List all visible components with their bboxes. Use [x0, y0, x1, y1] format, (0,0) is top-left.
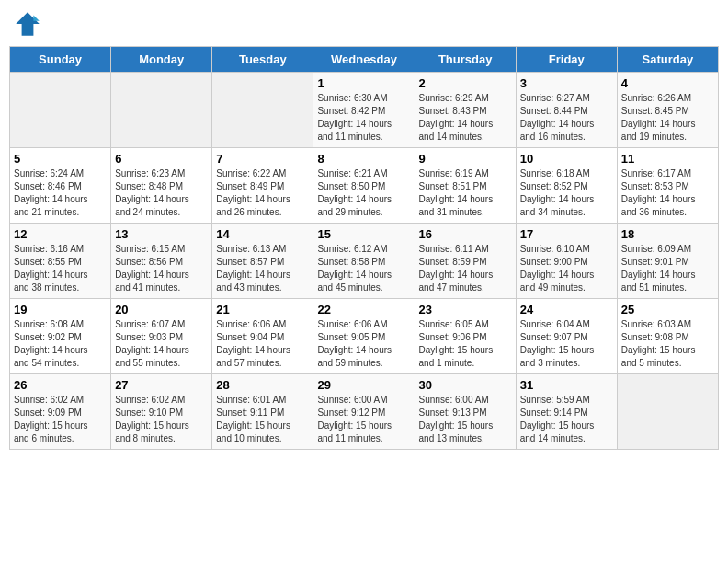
- day-header-sunday: Sunday: [10, 47, 111, 73]
- day-number: 6: [115, 152, 208, 166]
- calendar-cell: 28Sunrise: 6:01 AM Sunset: 9:11 PM Dayli…: [212, 374, 313, 450]
- calendar-table: SundayMondayTuesdayWednesdayThursdayFrid…: [9, 46, 719, 450]
- calendar-cell: 19Sunrise: 6:08 AM Sunset: 9:02 PM Dayli…: [10, 299, 111, 374]
- calendar-week-row: 12Sunrise: 6:16 AM Sunset: 8:55 PM Dayli…: [10, 224, 719, 299]
- cell-content: Sunrise: 6:02 AM Sunset: 9:10 PM Dayligh…: [115, 394, 208, 445]
- calendar-cell: 9Sunrise: 6:19 AM Sunset: 8:51 PM Daylig…: [415, 148, 516, 224]
- day-number: 3: [520, 76, 613, 90]
- day-number: 12: [14, 227, 107, 241]
- calendar-cell: 3Sunrise: 6:27 AM Sunset: 8:44 PM Daylig…: [516, 73, 617, 148]
- cell-content: Sunrise: 6:10 AM Sunset: 9:00 PM Dayligh…: [520, 243, 613, 294]
- calendar-cell: 31Sunrise: 5:59 AM Sunset: 9:14 PM Dayli…: [516, 374, 617, 450]
- cell-content: Sunrise: 6:27 AM Sunset: 8:44 PM Dayligh…: [520, 92, 613, 144]
- day-header-wednesday: Wednesday: [313, 47, 415, 73]
- day-number: 2: [419, 76, 512, 90]
- cell-content: Sunrise: 6:00 AM Sunset: 9:13 PM Dayligh…: [419, 394, 512, 445]
- calendar-cell: [111, 73, 212, 148]
- calendar-week-row: 26Sunrise: 6:02 AM Sunset: 9:09 PM Dayli…: [10, 374, 719, 450]
- calendar-cell: 26Sunrise: 6:02 AM Sunset: 9:09 PM Dayli…: [10, 374, 111, 450]
- cell-content: Sunrise: 6:09 AM Sunset: 9:01 PM Dayligh…: [621, 243, 714, 294]
- day-number: 26: [14, 378, 107, 392]
- calendar-cell: 16Sunrise: 6:11 AM Sunset: 8:59 PM Dayli…: [415, 224, 516, 299]
- day-number: 18: [621, 227, 714, 241]
- day-number: 27: [115, 378, 208, 392]
- calendar-week-row: 19Sunrise: 6:08 AM Sunset: 9:02 PM Dayli…: [10, 299, 719, 374]
- cell-content: Sunrise: 6:07 AM Sunset: 9:03 PM Dayligh…: [115, 318, 208, 370]
- day-number: 31: [520, 378, 613, 392]
- day-number: 9: [419, 152, 512, 166]
- day-number: 21: [216, 303, 309, 316]
- calendar-cell: [617, 374, 718, 450]
- calendar-cell: 2Sunrise: 6:29 AM Sunset: 8:43 PM Daylig…: [415, 73, 516, 148]
- cell-content: Sunrise: 6:08 AM Sunset: 9:02 PM Dayligh…: [14, 318, 107, 370]
- logo: [13, 9, 46, 39]
- calendar-cell: 24Sunrise: 6:04 AM Sunset: 9:07 PM Dayli…: [516, 299, 617, 374]
- calendar-cell: 4Sunrise: 6:26 AM Sunset: 8:45 PM Daylig…: [617, 73, 718, 148]
- calendar-cell: [212, 73, 313, 148]
- cell-content: Sunrise: 6:13 AM Sunset: 8:57 PM Dayligh…: [216, 243, 309, 294]
- day-number: 15: [317, 227, 410, 241]
- cell-content: Sunrise: 6:29 AM Sunset: 8:43 PM Dayligh…: [419, 92, 512, 144]
- logo-icon: [13, 9, 42, 39]
- cell-content: Sunrise: 6:11 AM Sunset: 8:59 PM Dayligh…: [419, 243, 512, 294]
- svg-marker-1: [33, 15, 39, 20]
- cell-content: Sunrise: 6:03 AM Sunset: 9:08 PM Dayligh…: [621, 318, 714, 370]
- cell-content: Sunrise: 6:06 AM Sunset: 9:04 PM Dayligh…: [216, 318, 309, 370]
- day-number: 19: [14, 303, 107, 316]
- calendar-cell: 7Sunrise: 6:22 AM Sunset: 8:49 PM Daylig…: [212, 148, 313, 224]
- calendar-cell: 13Sunrise: 6:15 AM Sunset: 8:56 PM Dayli…: [111, 224, 212, 299]
- cell-content: Sunrise: 6:00 AM Sunset: 9:12 PM Dayligh…: [317, 394, 410, 445]
- day-header-saturday: Saturday: [617, 47, 718, 73]
- calendar-cell: 18Sunrise: 6:09 AM Sunset: 9:01 PM Dayli…: [617, 224, 718, 299]
- calendar-week-row: 5Sunrise: 6:24 AM Sunset: 8:46 PM Daylig…: [10, 148, 719, 224]
- day-number: 14: [216, 227, 309, 241]
- cell-content: Sunrise: 6:19 AM Sunset: 8:51 PM Dayligh…: [419, 167, 512, 219]
- day-number: 13: [115, 227, 208, 241]
- day-number: 7: [216, 152, 309, 166]
- calendar-cell: 22Sunrise: 6:06 AM Sunset: 9:05 PM Dayli…: [313, 299, 415, 374]
- calendar-cell: 1Sunrise: 6:30 AM Sunset: 8:42 PM Daylig…: [313, 73, 415, 148]
- cell-content: Sunrise: 6:21 AM Sunset: 8:50 PM Dayligh…: [317, 167, 410, 219]
- calendar-cell: 14Sunrise: 6:13 AM Sunset: 8:57 PM Dayli…: [212, 224, 313, 299]
- day-number: 23: [419, 303, 512, 316]
- day-header-friday: Friday: [516, 47, 617, 73]
- calendar-cell: 27Sunrise: 6:02 AM Sunset: 9:10 PM Dayli…: [111, 374, 212, 450]
- day-number: 5: [14, 152, 107, 166]
- calendar-cell: 11Sunrise: 6:17 AM Sunset: 8:53 PM Dayli…: [617, 148, 718, 224]
- cell-content: Sunrise: 6:12 AM Sunset: 8:58 PM Dayligh…: [317, 243, 410, 294]
- cell-content: Sunrise: 6:17 AM Sunset: 8:53 PM Dayligh…: [621, 167, 714, 219]
- day-number: 16: [419, 227, 512, 241]
- day-header-tuesday: Tuesday: [212, 47, 313, 73]
- calendar-cell: 12Sunrise: 6:16 AM Sunset: 8:55 PM Dayli…: [10, 224, 111, 299]
- calendar-cell: 6Sunrise: 6:23 AM Sunset: 8:48 PM Daylig…: [111, 148, 212, 224]
- calendar-cell: [10, 73, 111, 148]
- cell-content: Sunrise: 6:16 AM Sunset: 8:55 PM Dayligh…: [14, 243, 107, 294]
- day-number: 4: [621, 76, 714, 90]
- svg-marker-0: [16, 12, 40, 36]
- cell-content: Sunrise: 6:01 AM Sunset: 9:11 PM Dayligh…: [216, 394, 309, 445]
- cell-content: Sunrise: 6:30 AM Sunset: 8:42 PM Dayligh…: [317, 92, 410, 144]
- calendar-cell: 29Sunrise: 6:00 AM Sunset: 9:12 PM Dayli…: [313, 374, 415, 450]
- cell-content: Sunrise: 6:26 AM Sunset: 8:45 PM Dayligh…: [621, 92, 714, 144]
- calendar-cell: 21Sunrise: 6:06 AM Sunset: 9:04 PM Dayli…: [212, 299, 313, 374]
- calendar-cell: 23Sunrise: 6:05 AM Sunset: 9:06 PM Dayli…: [415, 299, 516, 374]
- calendar-cell: 30Sunrise: 6:00 AM Sunset: 9:13 PM Dayli…: [415, 374, 516, 450]
- day-number: 1: [317, 76, 410, 90]
- calendar-week-row: 1Sunrise: 6:30 AM Sunset: 8:42 PM Daylig…: [10, 73, 719, 148]
- day-number: 22: [317, 303, 410, 316]
- cell-content: Sunrise: 6:18 AM Sunset: 8:52 PM Dayligh…: [520, 167, 613, 219]
- day-header-monday: Monday: [111, 47, 212, 73]
- day-number: 24: [520, 303, 613, 316]
- calendar-cell: 17Sunrise: 6:10 AM Sunset: 9:00 PM Dayli…: [516, 224, 617, 299]
- cell-content: Sunrise: 6:06 AM Sunset: 9:05 PM Dayligh…: [317, 318, 410, 370]
- day-number: 11: [621, 152, 714, 166]
- cell-content: Sunrise: 6:15 AM Sunset: 8:56 PM Dayligh…: [115, 243, 208, 294]
- calendar-cell: 15Sunrise: 6:12 AM Sunset: 8:58 PM Dayli…: [313, 224, 415, 299]
- day-number: 20: [115, 303, 208, 316]
- cell-content: Sunrise: 5:59 AM Sunset: 9:14 PM Dayligh…: [520, 394, 613, 445]
- day-number: 25: [621, 303, 714, 316]
- day-number: 29: [317, 378, 410, 392]
- cell-content: Sunrise: 6:23 AM Sunset: 8:48 PM Dayligh…: [115, 167, 208, 219]
- cell-content: Sunrise: 6:04 AM Sunset: 9:07 PM Dayligh…: [520, 318, 613, 370]
- calendar-cell: 8Sunrise: 6:21 AM Sunset: 8:50 PM Daylig…: [313, 148, 415, 224]
